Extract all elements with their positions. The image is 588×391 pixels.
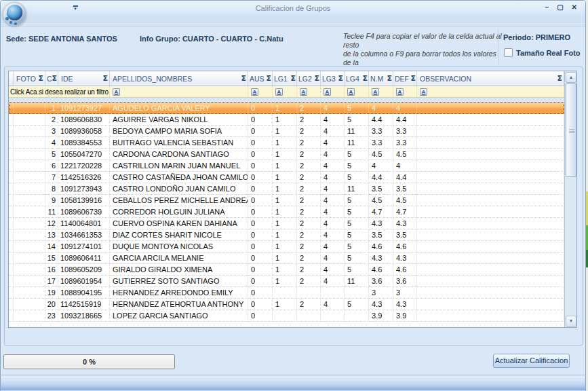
- cell-lg2[interactable]: [297, 310, 321, 322]
- cell-ide[interactable]: 1091274101: [58, 241, 110, 253]
- cell-lg1[interactable]: 1: [273, 103, 297, 114]
- cell-numero[interactable]: 2: [45, 114, 58, 126]
- column-header-lg1[interactable]: LG1Σ: [273, 71, 297, 86]
- cell-numero[interactable]: 12: [45, 218, 58, 229]
- cell-numero[interactable]: 23: [45, 310, 58, 322]
- cell-lg3[interactable]: 4: [321, 183, 345, 195]
- cell-lg1[interactable]: 1: [273, 114, 297, 126]
- table-row[interactable]: 13 1034661353 DIAZ CORTES SHARIT NICOLE …: [9, 229, 564, 241]
- cell-foto[interactable]: [14, 253, 45, 264]
- auto-filter-icon[interactable]: A: [372, 88, 379, 96]
- cell-aus[interactable]: 0: [248, 137, 273, 149]
- cell-nm[interactable]: 4.5: [369, 195, 393, 206]
- cell-lg3[interactable]: [321, 310, 345, 322]
- cell-numero[interactable]: 16: [45, 264, 58, 276]
- cell-lg4[interactable]: 5: [345, 206, 369, 218]
- sum-icon[interactable]: Σ: [410, 74, 416, 83]
- filter-cell-apellidos[interactable]: A: [110, 86, 248, 97]
- cell-lg2[interactable]: 2: [297, 241, 321, 253]
- cell-lg4[interactable]: 5: [345, 253, 369, 264]
- cell-apellidos-nombres[interactable]: HERNANDEZ ARREDONDO EMILY: [110, 287, 248, 299]
- table-row[interactable]: 23 1093218665 LOPEZ GARCIA SANTIAGO 0 3.…: [9, 310, 564, 322]
- cell-observacion[interactable]: [417, 241, 564, 253]
- cell-observacion[interactable]: [417, 276, 564, 287]
- cell-observacion[interactable]: [417, 114, 564, 126]
- cell-foto[interactable]: [14, 137, 45, 149]
- cell-def[interactable]: 4.6: [393, 241, 417, 253]
- filter-cell-lg1[interactable]: A: [273, 86, 297, 97]
- cell-observacion[interactable]: [417, 103, 564, 114]
- cell-numero[interactable]: 6: [45, 160, 58, 172]
- cell-ide[interactable]: 1221720228: [58, 160, 110, 172]
- cell-def[interactable]: 4.5: [393, 195, 417, 206]
- auto-filter-icon[interactable]: A: [420, 88, 427, 96]
- cell-lg2[interactable]: 2: [297, 183, 321, 195]
- cell-ide[interactable]: 1055047270: [58, 149, 110, 160]
- cell-lg2[interactable]: [297, 287, 321, 299]
- cell-def[interactable]: 4: [393, 160, 417, 172]
- cell-apellidos-nombres[interactable]: DIAZ CORTES SHARIT NICOLE: [110, 229, 248, 241]
- cell-aus[interactable]: 0: [248, 114, 273, 126]
- cell-apellidos-nombres[interactable]: AGUDELO GARCIA VALERY: [110, 103, 248, 114]
- cell-numero[interactable]: 1: [45, 103, 58, 114]
- cell-nm[interactable]: 3.9: [369, 310, 393, 322]
- cell-lg4[interactable]: 11: [345, 137, 369, 149]
- cell-nm[interactable]: 4.3: [369, 299, 393, 310]
- filter-cell-nm[interactable]: A: [369, 86, 393, 97]
- cell-observacion[interactable]: [417, 195, 564, 206]
- cell-def[interactable]: 4.3: [393, 218, 417, 229]
- table-row[interactable]: 20 1142515919 HERNANDEZ ATEHORTUA ANTHON…: [9, 299, 564, 310]
- cell-lg2[interactable]: 2: [297, 229, 321, 241]
- cell-nm[interactable]: 3.5: [369, 229, 393, 241]
- cell-lg2[interactable]: 2: [297, 103, 321, 114]
- cell-aus[interactable]: 0: [248, 183, 273, 195]
- vertical-scrollbar[interactable]: ▲ ▼: [564, 71, 576, 327]
- cell-lg4[interactable]: 5: [345, 103, 369, 114]
- cell-apellidos-nombres[interactable]: LOPEZ GARCIA SANTIAGO: [110, 310, 248, 322]
- cell-def[interactable]: 3.3: [393, 126, 417, 137]
- cell-def[interactable]: 3.3: [393, 137, 417, 149]
- cell-numero[interactable]: 13: [45, 229, 58, 241]
- cell-lg3[interactable]: 4: [321, 160, 345, 172]
- cell-apellidos-nombres[interactable]: AGUIRRE VARGAS NIKOLL: [110, 114, 248, 126]
- scroll-up-icon[interactable]: ▲: [566, 72, 576, 83]
- table-row[interactable]: 14 1091274101 DUQUE MONTOYA NICOLAS 0 1 …: [9, 241, 564, 253]
- cell-aus[interactable]: 0: [248, 103, 273, 114]
- sum-icon[interactable]: Σ: [387, 74, 392, 83]
- table-row[interactable]: 17 1089601954 GUTIERREZ SOTO SANTIAGO 0 …: [9, 276, 564, 287]
- cell-lg1[interactable]: 1: [273, 149, 297, 160]
- cell-def[interactable]: 4.3: [393, 299, 417, 310]
- sum-icon[interactable]: Σ: [38, 74, 43, 83]
- cell-lg1[interactable]: 1: [273, 229, 297, 241]
- cell-foto[interactable]: [14, 172, 45, 183]
- cell-apellidos-nombres[interactable]: GUTIERREZ SOTO SANTIAGO: [110, 276, 248, 287]
- sum-icon[interactable]: Σ: [557, 74, 562, 83]
- cell-ide[interactable]: 1089384553: [58, 137, 110, 149]
- auto-filter-icon[interactable]: A: [324, 88, 331, 96]
- cell-lg1[interactable]: [273, 287, 297, 299]
- table-row[interactable]: 12 1140064801 CUERVO OSPINA KAREN DAHIAN…: [9, 218, 564, 229]
- cell-nm[interactable]: 4.4: [369, 172, 393, 183]
- cell-apellidos-nombres[interactable]: HERNANDEZ ATEHORTUA ANTHONY: [110, 299, 248, 310]
- table-row[interactable]: 16 1089605209 GIRALDO GIRALDO XIMENA 0 1…: [9, 264, 564, 276]
- cell-nm[interactable]: 3.3: [369, 137, 393, 149]
- cell-foto[interactable]: [14, 241, 45, 253]
- cell-nm[interactable]: 4.4: [369, 114, 393, 126]
- cell-aus[interactable]: 0: [248, 264, 273, 276]
- cell-lg3[interactable]: 4: [321, 137, 345, 149]
- cell-aus[interactable]: 0: [248, 206, 273, 218]
- filter-cell-def[interactable]: A: [393, 86, 417, 97]
- cell-ide[interactable]: 1034661353: [58, 229, 110, 241]
- filter-cell-observacion[interactable]: A: [417, 86, 564, 97]
- table-row[interactable]: 8 1091273943 CASTRO LONDOÑO JUAN CAMILO …: [9, 183, 564, 195]
- cell-nm[interactable]: 4: [369, 160, 393, 172]
- cell-lg4[interactable]: 11: [345, 183, 369, 195]
- sum-icon[interactable]: Σ: [290, 74, 296, 83]
- cell-lg4[interactable]: 5: [345, 299, 369, 310]
- table-row[interactable]: 7 1142516326 CASTRO CASTAÑEDA JHOAN CAMI…: [9, 172, 564, 183]
- filter-prompt-cell[interactable]: Click Aca si desea realizar un filtro: [9, 86, 110, 97]
- cell-apellidos-nombres[interactable]: CASTRILLON MARIN JUAN MANUEL: [110, 160, 248, 172]
- cell-apellidos-nombres[interactable]: CASTRO CASTAÑEDA JHOAN CAMILO: [110, 172, 248, 183]
- cell-nm[interactable]: 4.7: [369, 206, 393, 218]
- cell-lg2[interactable]: 2: [297, 172, 321, 183]
